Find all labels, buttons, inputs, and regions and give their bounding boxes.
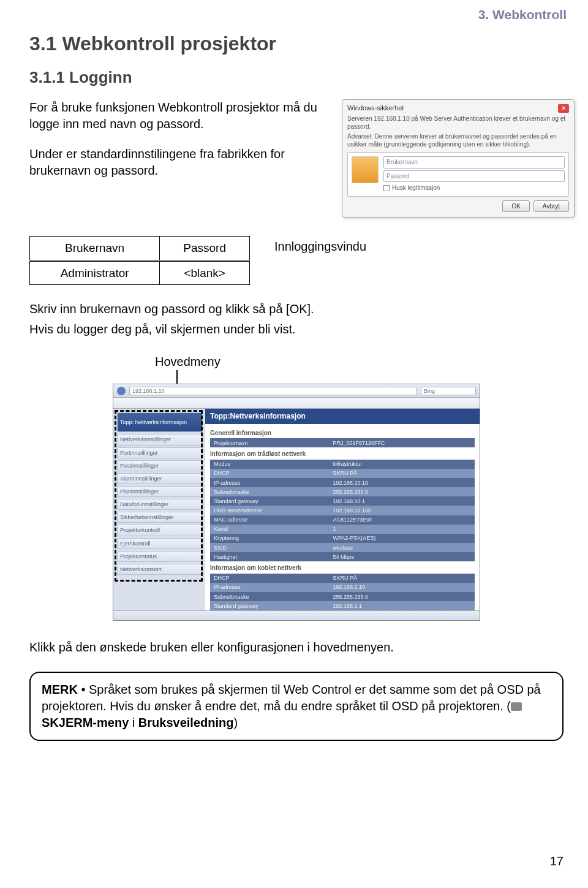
cell-key: Hastighet: [210, 552, 329, 561]
cell-key: DNS-serveradresse: [210, 506, 329, 515]
cell-key: Kryptering: [210, 534, 329, 543]
table-row: KrypteringWPA2-PSK(AES): [210, 534, 475, 543]
browser-subtoolbar: [113, 398, 480, 409]
dialog-title: Windows-sikkerhet: [347, 104, 404, 113]
cell-value: 192.168.1.10: [329, 583, 475, 592]
note-ref-2: Bruksveiledning: [138, 716, 234, 729]
cell-key: Subnettmaske: [210, 592, 329, 601]
table-row: Administrator <blank>: [30, 260, 250, 285]
breadcrumb: 3. Webkontroll: [478, 6, 567, 23]
cell-value: 255.255.255.0: [329, 592, 475, 601]
sidebar-item[interactable]: Alarminnstillinger: [117, 473, 203, 484]
table-row: MAC-adresseAC8112E73E9F: [210, 515, 475, 525]
cell-value: PRJ_001F67120FFC: [329, 438, 475, 447]
main-menu-screenshot: 192.168.1.10 Bing Topp: Nettverksinforma…: [113, 384, 480, 621]
table-row: Subnettmaske255.255.255.0: [210, 487, 475, 496]
cell-key: Projektornavn: [210, 438, 329, 447]
credentials-table: Brukernavn Passord Administrator <blank>: [29, 236, 250, 285]
cell-value: SKRU PÅ: [329, 469, 475, 478]
remember-checkbox[interactable]: [383, 185, 390, 191]
cell-value: wireless: [329, 543, 475, 552]
cell-value: 192.168.1.1: [329, 601, 475, 610]
intro-paragraph-2: Under er standardinnstilingene fra fabri…: [29, 146, 330, 179]
note-text-3: ): [233, 716, 238, 729]
browser-statusbar: [113, 610, 480, 620]
section-general-info: Generell informasjon: [210, 427, 475, 439]
password-input[interactable]: Passord: [383, 170, 565, 183]
cell-value: SKRU PÅ: [329, 574, 475, 583]
sidebar-item[interactable]: Nettverksinnstillinger: [117, 434, 203, 445]
sidebar-item-top[interactable]: Topp: Nettverksinformasjon: [117, 412, 203, 432]
table-row: DNS-serveradresse192.168.10.100: [210, 506, 475, 515]
username-input[interactable]: Brukernavn: [383, 156, 565, 169]
body-paragraph-2: Hvis du logger deg på, vil skjermen unde…: [29, 321, 564, 338]
section-wired-info: Informasjon om koblet nettverk: [210, 561, 475, 574]
section-wireless-info: Informasjon om trådløst nettverk: [210, 447, 475, 460]
pointer-line: [176, 370, 178, 384]
wireless-info-table: ModusInfrastrukturDHCPSKRU PÅIP-adresse1…: [210, 460, 475, 562]
cancel-button[interactable]: Avbryt: [533, 200, 569, 213]
table-row: DHCPSKRU PÅ: [210, 574, 475, 583]
dialog-message-2: Advarsel: Denne serveren krever at bruke…: [347, 133, 569, 148]
sidebar-item[interactable]: Planinnstillinger: [117, 486, 203, 497]
user-icon: [352, 156, 379, 183]
note-ref-1: SKJERM-meny: [42, 716, 129, 729]
cell-value: 192.168.10.100: [329, 506, 475, 515]
hovedmeny-label: Hovedmeny: [155, 354, 564, 370]
table-row: Subnettmaske255.255.255.0: [210, 592, 475, 601]
body-paragraph-1: Skriv inn brukernavn og passord og klikk…: [29, 301, 564, 317]
cell-value: Infrastruktur: [329, 460, 475, 469]
cell-value: 192.168.10.1: [329, 496, 475, 506]
login-dialog: Windows-sikkerhet ✕ Serveren 192.168.1.1…: [342, 99, 575, 218]
cell-value: WPA2-PSK(AES): [329, 534, 475, 543]
sidebar-item[interactable]: Postinnstillinger: [117, 460, 203, 471]
sidebar-item[interactable]: Nettverksomstart: [117, 564, 203, 575]
close-icon[interactable]: ✕: [558, 104, 569, 113]
cell-user: Administrator: [30, 260, 160, 285]
page-number: 17: [550, 853, 564, 870]
cell-key: DHCP: [210, 574, 329, 583]
table-row: DHCPSKRU PÅ: [210, 469, 475, 478]
cell-key: MAC-adresse: [210, 515, 329, 525]
sidebar: Topp: Nettverksinformasjon Nettverksinns…: [113, 409, 205, 610]
table-row: IP-adresse192.168.1.10: [210, 583, 475, 592]
table-header-pass: Passord: [160, 237, 250, 261]
dialog-message-1: Serveren 192.168.1.10 på Web Server Auth…: [347, 115, 569, 131]
intro-paragraph-1: For å bruke funksjonen Webkontroll prosj…: [29, 99, 330, 132]
table-row: Kanal1: [210, 525, 475, 534]
general-info-table: ProjektornavnPRJ_001F67120FFC: [210, 438, 475, 447]
wired-info-table: DHCPSKRU PÅIP-adresse192.168.1.10Subnett…: [210, 574, 475, 611]
address-bar[interactable]: 192.168.1.10: [129, 387, 417, 395]
cell-pass: <blank>: [160, 260, 250, 285]
search-box[interactable]: Bing: [421, 387, 476, 395]
table-row: ModusInfrastruktur: [210, 460, 475, 469]
book-icon: [511, 702, 522, 711]
sidebar-item[interactable]: Fjernkontroll: [117, 538, 203, 549]
table-row: Standard gateway192.168.1.1: [210, 601, 475, 610]
sidebar-item[interactable]: Projektorstatus: [117, 551, 203, 562]
section-title: 3.1 Webkontroll prosjektor: [29, 31, 564, 57]
subsection-title: 3.1.1 Logginn: [29, 67, 564, 88]
note-text-2: i: [129, 716, 138, 729]
ok-button[interactable]: OK: [502, 200, 529, 213]
note-lead: MERK: [42, 683, 78, 696]
sidebar-item[interactable]: Portinnstillinger: [117, 447, 203, 458]
cell-value: 1: [329, 525, 475, 534]
table-row: Hastighet54 Mbps: [210, 552, 475, 561]
table-row: SSIDwireless: [210, 543, 475, 552]
cell-key: Standard gateway: [210, 601, 329, 610]
sidebar-item[interactable]: Sikkerhetsinnstillinger: [117, 512, 203, 523]
cell-value: 255.255.255.0: [329, 487, 475, 496]
page-banner: Topp:Nettverksinformasjon: [205, 409, 480, 423]
cell-key: DHCP: [210, 469, 329, 478]
sidebar-item[interactable]: Projektorkontroll: [117, 525, 203, 536]
cell-key: Kanal: [210, 525, 329, 534]
cell-key: IP-adresse: [210, 583, 329, 592]
cell-key: Modus: [210, 460, 329, 469]
remember-label: Husk legitimasjon: [392, 184, 440, 192]
back-icon[interactable]: [117, 387, 126, 395]
cell-key: IP-adresse: [210, 478, 329, 487]
note-box: MERK • Språket som brukes på skjermen ti…: [29, 672, 564, 741]
sidebar-item[interactable]: Dato/tid-innstillinger: [117, 499, 203, 510]
cell-key: Standard gateway: [210, 496, 329, 506]
